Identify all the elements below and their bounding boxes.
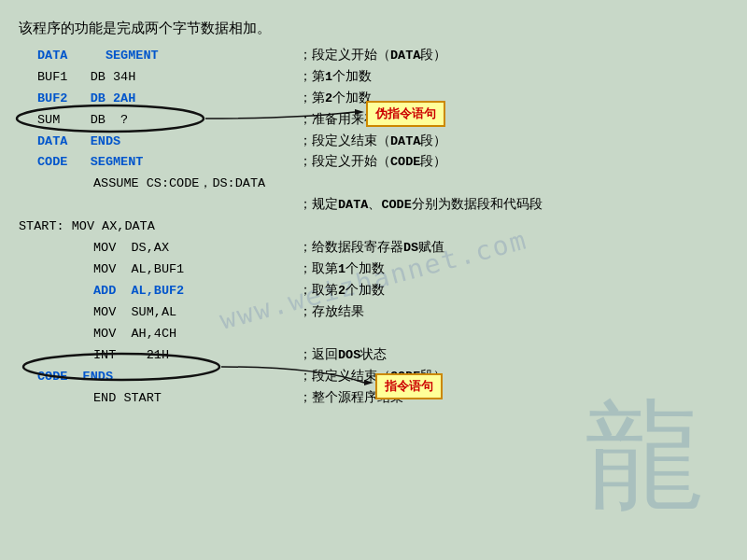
tooltip-instruction: 指令语句 (375, 373, 443, 399)
main-content: 该程序的功能是完成两个字节数据相加。 DATA SEGMENT ；段定义开始（D… (0, 0, 747, 419)
line-code-ends: CODE ENDS ；段定义结束（CODE段） (19, 367, 728, 388)
line-end-start: END START ；整个源程序结束 (19, 388, 728, 410)
buf2-def: BUF2 DB 2AH (37, 91, 135, 105)
line-data-ends: DATA ENDS ；段定义结束（DATA段） (19, 132, 728, 153)
assume-stmt: ASSUME CS:CODE，DS:DATA (93, 176, 265, 190)
line-add-al-buf2: ADD AL,BUF2 ；取第2个加数 (19, 281, 728, 302)
line-int21: INT 21H ；返回DOS状态 (19, 345, 728, 367)
mov-ds-ax: MOV DS,AX (93, 241, 169, 255)
comment-assume: ；规定DATA、CODE分别为数据段和代码段 (299, 195, 543, 217)
line-start-mov: START: MOV AX,DATA (19, 217, 728, 238)
comment-add: ；取第2个加数 (299, 281, 385, 302)
comment-mov-sum: ；存放结果 (299, 302, 364, 324)
mov-al-buf1: MOV AL,BUF1 (93, 262, 184, 276)
comment-data-ends: ；段定义结束（DATA段） (299, 132, 446, 153)
mov-ah-4ch: MOV AH,4CH (93, 327, 176, 341)
line-mov-sum: MOV SUM,AL ；存放结果 (19, 302, 728, 324)
tooltip-pseudo-instruction: 伪指令语句 (366, 101, 445, 127)
comment-int21: ；返回DOS状态 (299, 345, 387, 367)
add-al-buf2: ADD AL,BUF2 (93, 284, 184, 298)
line-buf1: BUF1 DB 34H ；第1个加数 (19, 67, 728, 89)
line-mov-ah: MOV AH,4CH (19, 324, 728, 345)
start-label: START: MOV AX,DATA (19, 219, 155, 233)
comment-mov-ds: ；给数据段寄存器DS赋值 (299, 238, 444, 259)
sum-def: SUM DB ? (37, 113, 128, 127)
comment-data-segment: ；段定义开始（DATA段） (299, 46, 446, 67)
kw-segment: SEGMENT (76, 49, 159, 63)
int-21h: INT 21H (93, 348, 169, 362)
line-mov-al-buf1: MOV AL,BUF1 ；取第1个加数 (19, 259, 728, 281)
line-data-segment: DATA SEGMENT ；段定义开始（DATA段） (19, 46, 728, 67)
kw-code-seg: CODE SEGMENT (37, 155, 143, 169)
buf1-def: BUF1 DB 34H (37, 70, 135, 84)
kw-code-ends: CODE ENDS (37, 370, 113, 384)
line-assume: ASSUME CS:CODE，DS:DATA (19, 174, 728, 195)
comment-code-seg: ；段定义开始（CODE段） (299, 152, 446, 174)
comment-buf1: ；第1个加数 (299, 67, 372, 89)
kw-data-ends: DATA ENDS (37, 134, 120, 148)
line-code-segment: CODE SEGMENT ；段定义开始（CODE段） (19, 152, 728, 174)
comment-mov-al-buf1: ；取第1个加数 (299, 259, 385, 281)
end-start: END START (93, 391, 162, 405)
line-mov-ds: MOV DS,AX ；给数据段寄存器DS赋值 (19, 238, 728, 259)
line-assume-comment: ；规定DATA、CODE分别为数据段和代码段 (19, 195, 728, 217)
title: 该程序的功能是完成两个字节数据相加。 (19, 17, 728, 40)
kw-data: DATA (37, 49, 67, 63)
comment-buf2: ；第2个加数 (299, 89, 372, 110)
mov-sum-al: MOV SUM,AL (93, 305, 176, 319)
